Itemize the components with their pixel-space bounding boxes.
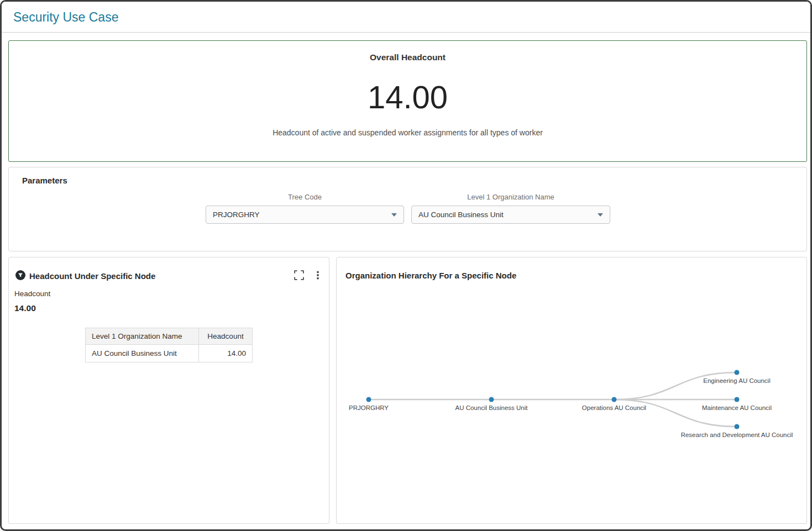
- tree-node-label: Operations AU Council: [582, 404, 646, 411]
- overall-headcount-description: Headcount of active and suspended worker…: [9, 128, 806, 137]
- tree-node-label: Maintenance AU Council: [702, 404, 772, 411]
- tree-edge: [614, 372, 737, 399]
- headcount-table: Level 1 Organization Name Headcount AU C…: [85, 328, 253, 362]
- tree-node-label: Research and Development AU Council: [681, 432, 793, 438]
- headcount-value: 14.00: [14, 303, 36, 313]
- tree-code-dropdown[interactable]: PRJORGHRY: [206, 206, 404, 224]
- chevron-down-icon: [391, 213, 397, 217]
- tree-node-label: PRJORGHRY: [349, 404, 389, 411]
- tree-node-label: AU Council Business Unit: [455, 404, 528, 411]
- org-hierarchy-chart[interactable]: PRJORGHRYAU Council Business UnitOperati…: [340, 285, 804, 517]
- table-header-row: Level 1 Organization Name Headcount: [86, 328, 253, 345]
- table-header-headcount: Headcount: [199, 328, 253, 345]
- parameters-card: Parameters Tree Code PRJORGHRY Level 1 O…: [8, 167, 807, 251]
- org-hierarchy-title: Organization Hierarchy For a Specific No…: [345, 271, 516, 280]
- expand-icon[interactable]: [294, 270, 304, 280]
- level1-org-group: Level 1 Organization Name AU Council Bus…: [411, 193, 610, 224]
- tree-node-n3[interactable]: [735, 370, 740, 375]
- table-cell-headcount: 14.00: [199, 345, 253, 362]
- chevron-down-icon: [598, 213, 603, 217]
- tree-code-group: Tree Code PRJORGHRY: [206, 193, 404, 224]
- table-header-org: Level 1 Organization Name: [86, 328, 199, 345]
- headcount-label: Headcount: [14, 290, 50, 298]
- filter-funnel-icon: [15, 270, 25, 280]
- level1-org-dropdown[interactable]: AU Council Business Unit: [411, 206, 610, 224]
- headcount-node-card: Headcount Under Specific Node Headcount …: [8, 257, 329, 524]
- page-header: Security Use Case: [2, 2, 810, 33]
- table-cell-org: AU Council Business Unit: [86, 345, 199, 362]
- tree-node-n5[interactable]: [735, 424, 740, 429]
- tree-edge: [614, 399, 737, 427]
- kebab-menu-icon[interactable]: [313, 270, 323, 280]
- tree-code-value: PRJORGHRY: [213, 211, 260, 219]
- overall-headcount-card: Overall Headcount 14.00 Headcount of act…: [8, 40, 807, 162]
- parameters-title: Parameters: [22, 176, 67, 185]
- headcount-node-title: Headcount Under Specific Node: [29, 271, 155, 281]
- tree-node-label: Engineering AU Council: [703, 377, 770, 384]
- table-row[interactable]: AU Council Business Unit 14.00: [86, 345, 253, 362]
- level1-org-label: Level 1 Organization Name: [411, 193, 610, 201]
- tree-node-n4[interactable]: [735, 397, 740, 402]
- org-hierarchy-card: Organization Hierarchy For a Specific No…: [336, 257, 807, 524]
- tree-node-n2[interactable]: [612, 397, 617, 402]
- tree-node-n0[interactable]: [366, 397, 371, 402]
- level1-org-value: AU Council Business Unit: [418, 211, 504, 219]
- overall-headcount-value: 14.00: [9, 78, 806, 115]
- dashboard-screen: Security Use Case Overall Headcount 14.0…: [0, 0, 812, 531]
- tree-node-n1[interactable]: [489, 397, 494, 402]
- overall-headcount-title: Overall Headcount: [9, 52, 806, 62]
- page-title: Security Use Case: [13, 10, 118, 25]
- tree-code-label: Tree Code: [206, 193, 404, 201]
